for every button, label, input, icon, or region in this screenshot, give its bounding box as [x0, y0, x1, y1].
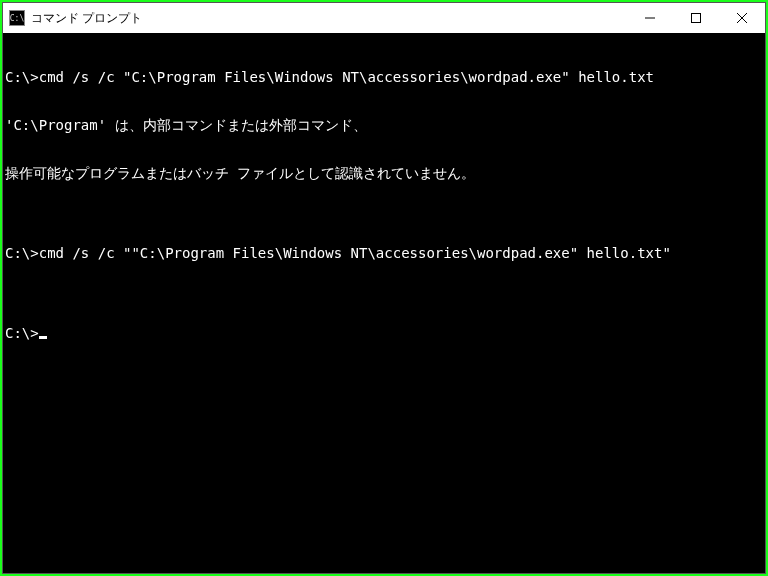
- terminal-output[interactable]: C:\>cmd /s /c "C:\Program Files\Windows …: [3, 33, 765, 573]
- titlebar[interactable]: C:\ コマンド プロンプト: [3, 3, 765, 33]
- terminal-line: C:\>cmd /s /c "C:\Program Files\Windows …: [5, 69, 763, 85]
- terminal-line: 'C:\Program' は、内部コマンドまたは外部コマンド、: [5, 117, 763, 133]
- app-icon: C:\: [9, 10, 25, 26]
- command-prompt-window: C:\ コマンド プロンプト C:\>cmd /s /c "C:\Program…: [2, 2, 766, 574]
- terminal-line: 操作可能なプログラムまたはバッチ ファイルとして認識されていません。: [5, 165, 763, 181]
- close-button[interactable]: [719, 3, 765, 33]
- window-controls: [627, 3, 765, 33]
- svg-rect-1: [692, 14, 701, 23]
- prompt-text: C:\>: [5, 325, 39, 341]
- cursor: [39, 336, 47, 339]
- maximize-button[interactable]: [673, 3, 719, 33]
- minimize-button[interactable]: [627, 3, 673, 33]
- terminal-prompt-line: C:\>: [5, 325, 763, 341]
- terminal-line: C:\>cmd /s /c ""C:\Program Files\Windows…: [5, 245, 763, 261]
- window-title: コマンド プロンプト: [31, 10, 627, 27]
